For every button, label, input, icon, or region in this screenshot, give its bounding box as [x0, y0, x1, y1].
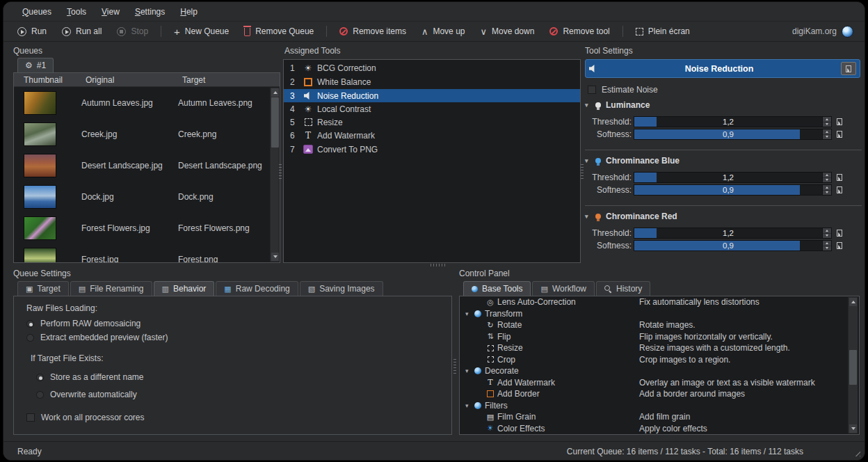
- tab-base-tools[interactable]: Base Tools: [463, 281, 531, 296]
- scroll-up-arrow[interactable]: [271, 88, 279, 97]
- tree-group-row[interactable]: ▾ Decorate: [460, 365, 859, 377]
- splitter-handle[interactable]: [431, 264, 446, 266]
- remove-queue-button[interactable]: Remove Queue: [239, 24, 319, 38]
- tab-saving-images[interactable]: ▧ Saving Images: [300, 281, 383, 296]
- collapse-arrow-icon[interactable]: ▾: [465, 367, 472, 374]
- radio-button[interactable]: [36, 374, 44, 381]
- resize-grip[interactable]: [853, 449, 860, 456]
- assigned-tool-row[interactable]: 4 ☀ Local Contrast: [284, 102, 580, 116]
- softness-spinner[interactable]: [823, 240, 832, 251]
- collapse-arrow-icon[interactable]: ▾: [585, 102, 590, 109]
- queue-row[interactable]: Creek.jpg Creek.png: [14, 118, 280, 150]
- queues-scrollbar[interactable]: [270, 88, 279, 262]
- tab-workflow[interactable]: ▤ Workflow: [532, 281, 595, 296]
- tree-tool-row[interactable]: ↻ Rotate Rotate images.: [460, 319, 859, 331]
- collapse-arrow-icon[interactable]: ▾: [585, 157, 590, 164]
- remove-tool-button[interactable]: Remove tool: [544, 24, 615, 38]
- estimate-noise-option[interactable]: Estimate Noise: [588, 85, 658, 95]
- menu-view[interactable]: View: [95, 5, 126, 19]
- run-all-button[interactable]: Run all: [56, 24, 107, 38]
- assigned-tool-row[interactable]: 6 T Add Watermark: [284, 129, 580, 142]
- softness-slider[interactable]: 0,9: [634, 184, 823, 196]
- tree-tool-row[interactable]: ▤ Film Grain Add film grain: [460, 411, 859, 423]
- remove-items-button[interactable]: Remove items: [334, 24, 412, 38]
- menu-queues[interactable]: Queues: [16, 5, 58, 19]
- scrollbar-thumb[interactable]: [271, 97, 279, 148]
- radio-button[interactable]: [26, 334, 34, 342]
- radio-overwrite-automatically[interactable]: Overwrite automatically: [36, 390, 444, 399]
- tree-tool-row[interactable]: ☀ Color Effects Apply color effects: [460, 423, 859, 435]
- tree-group-row[interactable]: ▾ Filters: [460, 400, 859, 412]
- scroll-down-arrow[interactable]: [849, 424, 857, 433]
- tab-history[interactable]: History: [596, 281, 650, 296]
- radio-store-different-name[interactable]: Store as a different name: [36, 372, 444, 382]
- tab-file-renaming[interactable]: ▤ File Renaming: [70, 281, 152, 296]
- threshold-spinner[interactable]: [823, 172, 832, 183]
- scroll-down-arrow[interactable]: [271, 253, 279, 261]
- column-original[interactable]: Original: [81, 73, 178, 86]
- tree-tool-row[interactable]: Resize Resize images with a customized l…: [460, 342, 859, 354]
- assigned-tool-row[interactable]: 1 ☀ BCG Correction: [284, 61, 580, 74]
- tree-tool-row[interactable]: Add Border Add a border around images: [460, 388, 859, 400]
- menu-settings[interactable]: Settings: [129, 5, 171, 19]
- column-target[interactable]: Target: [178, 73, 280, 86]
- queue-row[interactable]: Forest Flowers.jpg Forest Flowers.png: [14, 212, 280, 244]
- collapse-arrow-icon[interactable]: ▾: [465, 402, 472, 409]
- reset-page-icon[interactable]: [837, 131, 842, 138]
- tool-help-button[interactable]: [841, 62, 856, 75]
- reset-page-icon[interactable]: [837, 118, 842, 125]
- radio-button[interactable]: [36, 391, 44, 399]
- work-all-cores-option[interactable]: Work on all processor cores: [26, 413, 444, 422]
- collapse-arrow-icon[interactable]: ▾: [585, 213, 590, 220]
- assigned-tool-row[interactable]: 7 Convert To PNG: [284, 142, 580, 157]
- threshold-slider[interactable]: 1,2: [634, 228, 823, 239]
- new-queue-button[interactable]: + New Queue: [168, 24, 234, 38]
- tree-tool-row[interactable]: Crop Crop images to a region.: [460, 354, 859, 366]
- move-down-button[interactable]: ∨ Move down: [474, 24, 540, 38]
- assigned-tool-row[interactable]: 5 Resize: [284, 116, 580, 129]
- reset-page-icon[interactable]: [837, 242, 842, 249]
- tab-target[interactable]: ▣ Target: [17, 281, 69, 296]
- reset-page-icon[interactable]: [837, 186, 842, 193]
- run-button[interactable]: Run: [12, 24, 52, 38]
- reset-page-icon[interactable]: [837, 174, 842, 181]
- softness-slider[interactable]: 0,9: [634, 129, 823, 140]
- estimate-noise-checkbox[interactable]: [588, 86, 596, 94]
- menu-help[interactable]: Help: [174, 5, 204, 19]
- move-up-button[interactable]: ∧ Move up: [416, 24, 471, 38]
- collapse-arrow-icon[interactable]: ▾: [465, 310, 472, 317]
- threshold-slider[interactable]: 1,2: [634, 116, 823, 127]
- menu-tools[interactable]: Tools: [61, 5, 93, 19]
- radio-perform-raw-demosaicing[interactable]: Perform RAW demosaicing: [26, 319, 444, 328]
- softness-spinner[interactable]: [823, 184, 832, 196]
- tool-settings-scrollbar[interactable]: [864, 61, 865, 433]
- queue-row[interactable]: Dock.jpg Dock.png: [14, 181, 280, 212]
- tree-group-row[interactable]: ▾ Transform: [460, 308, 859, 320]
- cores-checkbox[interactable]: [26, 413, 35, 422]
- splitter-handle[interactable]: [453, 358, 456, 374]
- reset-page-icon[interactable]: [837, 230, 842, 237]
- tree-tool-row[interactable]: ⇅ Flip Flip images horizontally or verti…: [460, 331, 859, 343]
- threshold-spinner[interactable]: [823, 228, 832, 239]
- radio-extract-embedded-preview[interactable]: Extract embedded preview (faster): [26, 333, 444, 342]
- queue-row[interactable]: Forest.jpg Forest.png: [14, 244, 280, 263]
- assigned-tool-row-selected[interactable]: 3 Noise Reduction: [284, 89, 580, 102]
- tab-behavior[interactable]: ▥ Behavior: [154, 281, 215, 296]
- queue-row[interactable]: Desert Landscape.jpg Desert Landscape.pn…: [14, 150, 280, 181]
- queue-tab-1[interactable]: ⚙ #1: [17, 58, 54, 72]
- tree-tool-row[interactable]: ◎ Lens Auto-Correction Fix automatically…: [460, 296, 859, 308]
- stop-button[interactable]: Stop: [111, 24, 154, 38]
- control-panel-scrollbar[interactable]: [848, 297, 858, 433]
- softness-spinner[interactable]: [823, 129, 832, 140]
- tree-tool-row[interactable]: T Add Watermark Overlay an image or text…: [460, 377, 859, 389]
- radio-button[interactable]: [26, 320, 34, 328]
- scrollbar-thumb[interactable]: [849, 350, 857, 385]
- column-thumbnail[interactable]: Thumbnail: [14, 73, 81, 86]
- assigned-tool-row[interactable]: 2 White Balance: [284, 74, 580, 89]
- tab-raw-decoding[interactable]: ▦ Raw Decoding: [216, 281, 298, 296]
- threshold-slider[interactable]: 1,2: [634, 172, 823, 183]
- softness-slider[interactable]: 0,9: [634, 240, 823, 251]
- scroll-up-arrow[interactable]: [849, 298, 857, 306]
- threshold-spinner[interactable]: [823, 116, 832, 127]
- queue-row[interactable]: Autumn Leaves.jpg Autumn Leaves.png: [14, 87, 280, 118]
